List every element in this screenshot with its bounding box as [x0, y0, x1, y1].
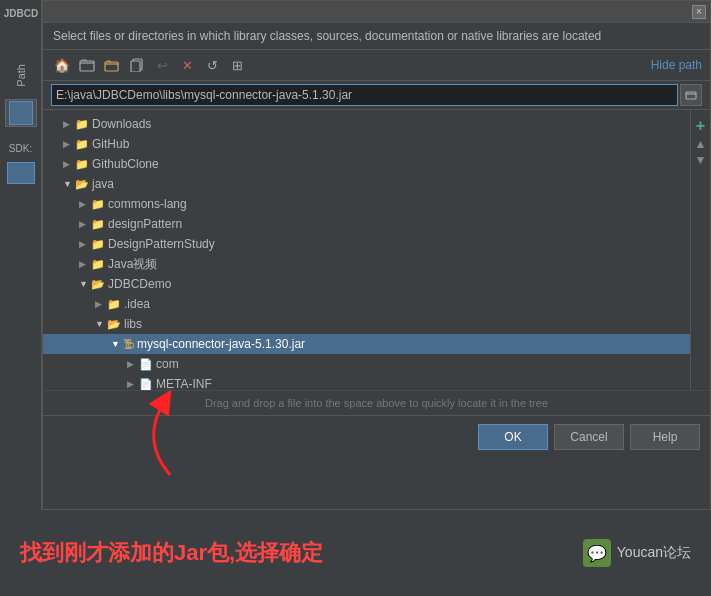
folder-icon: 📁: [75, 118, 89, 131]
svg-rect-4: [686, 92, 696, 99]
toolbar: 🏠 ↩ ✕ ↺ ⊞ Hide path: [43, 50, 710, 81]
watermark-text: Youcan论坛: [617, 544, 691, 562]
expand-arrow: ▼: [79, 279, 91, 289]
tree-label: Downloads: [92, 117, 151, 131]
expand-arrow: ▶: [79, 239, 91, 249]
tree-label: com: [156, 357, 179, 371]
tree-label: .idea: [124, 297, 150, 311]
tree-item-commons-lang[interactable]: ▶ 📁 commons-lang: [43, 194, 690, 214]
main-dialog: × Select files or directories in which l…: [42, 0, 711, 510]
folder-icon: 📁: [91, 258, 105, 271]
left-sidebar: JDBCD Path SDK:: [0, 0, 42, 596]
path-input-row: [43, 81, 710, 110]
expand-arrow: ▼: [63, 179, 75, 189]
folder-icon: 📁: [107, 298, 121, 311]
folder-icon: 📁: [75, 158, 89, 171]
delete-button[interactable]: ✕: [176, 54, 198, 76]
package-icon: 📄: [139, 358, 153, 371]
tree-label: libs: [124, 317, 142, 331]
expand-arrow: ▶: [127, 379, 139, 389]
sidebar-blue-box: [9, 101, 33, 125]
title-bar: ×: [43, 1, 710, 23]
svg-rect-1: [105, 62, 118, 71]
tree-label: mysql-connector-java-5.1.30.jar: [137, 337, 305, 351]
tree-label: GitHub: [92, 137, 129, 151]
expand-arrow: ▶: [127, 359, 139, 369]
new-folder-button[interactable]: [76, 54, 98, 76]
tree-label: Java视频: [108, 256, 157, 273]
button-row: OK Cancel Help: [43, 415, 710, 458]
folder-open-icon: 📂: [107, 318, 121, 331]
refresh-button[interactable]: ↺: [201, 54, 223, 76]
cancel-button[interactable]: Cancel: [554, 424, 624, 450]
close-button[interactable]: ×: [692, 5, 706, 19]
move-down-button[interactable]: ▼: [695, 154, 707, 166]
move-up-button[interactable]: ▲: [695, 138, 707, 150]
tree-item-libs[interactable]: ▼ 📂 libs: [43, 314, 690, 334]
tree-item-downloads[interactable]: ▶ 📁 Downloads: [43, 114, 690, 134]
tree-item-com[interactable]: ▶ 📄 com: [43, 354, 690, 374]
drag-hint: Drag and drop a file into the space abov…: [43, 390, 710, 415]
folder-open-icon: 📂: [75, 178, 89, 191]
package-icon: 📄: [139, 378, 153, 391]
folder-icon: 📁: [91, 218, 105, 231]
tree-label: java: [92, 177, 114, 191]
expand-arrow: ▶: [63, 119, 75, 129]
open-folder-button[interactable]: [101, 54, 123, 76]
add-button[interactable]: +: [696, 118, 705, 134]
tree-side-buttons: + ▲ ▼: [690, 110, 710, 390]
folder-icon: 📁: [75, 138, 89, 151]
tree-label: designPattern: [108, 217, 182, 231]
watermark-icon: 💬: [583, 539, 611, 567]
tree-item-java-videos[interactable]: ▶ 📁 Java视频: [43, 254, 690, 274]
expand-arrow: ▶: [79, 259, 91, 269]
tree-item-idea[interactable]: ▶ 📁 .idea: [43, 294, 690, 314]
home-button[interactable]: 🏠: [51, 54, 73, 76]
dialog-description: Select files or directories in which lib…: [43, 23, 710, 50]
annotation-area: 找到刚才添加的Jar包,选择确定 💬 Youcan论坛: [0, 510, 711, 596]
expand-arrow: ▶: [63, 159, 75, 169]
tree-item-designpattern[interactable]: ▶ 📁 designPattern: [43, 214, 690, 234]
expand-arrow: ▶: [95, 299, 107, 309]
help-button[interactable]: Help: [630, 424, 700, 450]
sdk-box: [7, 162, 35, 184]
tree-item-java[interactable]: ▼ 📂 java: [43, 174, 690, 194]
tree-container: ▶ 📁 Downloads ▶ 📁 GitHub ▶ 📁 GithubClone…: [43, 110, 710, 390]
path-input[interactable]: [51, 84, 678, 106]
watermark: 💬 Youcan论坛: [583, 539, 691, 567]
jar-icon: 🗜: [123, 338, 134, 350]
expand-arrow: ▼: [95, 319, 107, 329]
folder-icon: 📁: [91, 198, 105, 211]
svg-rect-3: [131, 61, 140, 72]
annotation-text: 找到刚才添加的Jar包,选择确定: [20, 538, 323, 568]
ok-button[interactable]: OK: [478, 424, 548, 450]
tree-label: META-INF: [156, 377, 212, 390]
tree-item-jar[interactable]: ▼ 🗜 mysql-connector-java-5.1.30.jar: [43, 334, 690, 354]
expand-arrow: ▶: [79, 199, 91, 209]
jdbcd-label: JDBCD: [0, 8, 42, 19]
tree-label: JDBCDemo: [108, 277, 171, 291]
sdk-label: SDK:: [9, 143, 32, 154]
sidebar-path-icon[interactable]: [5, 99, 37, 127]
browse-button[interactable]: [680, 84, 702, 106]
expand-arrow: ▶: [79, 219, 91, 229]
tree-label: DesignPatternStudy: [108, 237, 215, 251]
folder-open-icon: 📂: [91, 278, 105, 291]
expand-arrow: ▶: [63, 139, 75, 149]
tree-item-designpatternstudy[interactable]: ▶ 📁 DesignPatternStudy: [43, 234, 690, 254]
tree-item-meta-inf[interactable]: ▶ 📄 META-INF: [43, 374, 690, 390]
hide-path-link[interactable]: Hide path: [651, 58, 702, 72]
tree-label: GithubClone: [92, 157, 159, 171]
tree-item-githubclone[interactable]: ▶ 📁 GithubClone: [43, 154, 690, 174]
copy-button[interactable]: [126, 54, 148, 76]
grid-button[interactable]: ⊞: [226, 54, 248, 76]
expand-arrow: ▼: [111, 339, 123, 349]
file-tree[interactable]: ▶ 📁 Downloads ▶ 📁 GitHub ▶ 📁 GithubClone…: [43, 110, 690, 390]
undo-button[interactable]: ↩: [151, 54, 173, 76]
tree-item-jdbcdemo[interactable]: ▼ 📂 JDBCDemo: [43, 274, 690, 294]
path-label: Path: [15, 64, 27, 87]
tree-item-github[interactable]: ▶ 📁 GitHub: [43, 134, 690, 154]
folder-icon: 📁: [91, 238, 105, 251]
tree-label: commons-lang: [108, 197, 187, 211]
